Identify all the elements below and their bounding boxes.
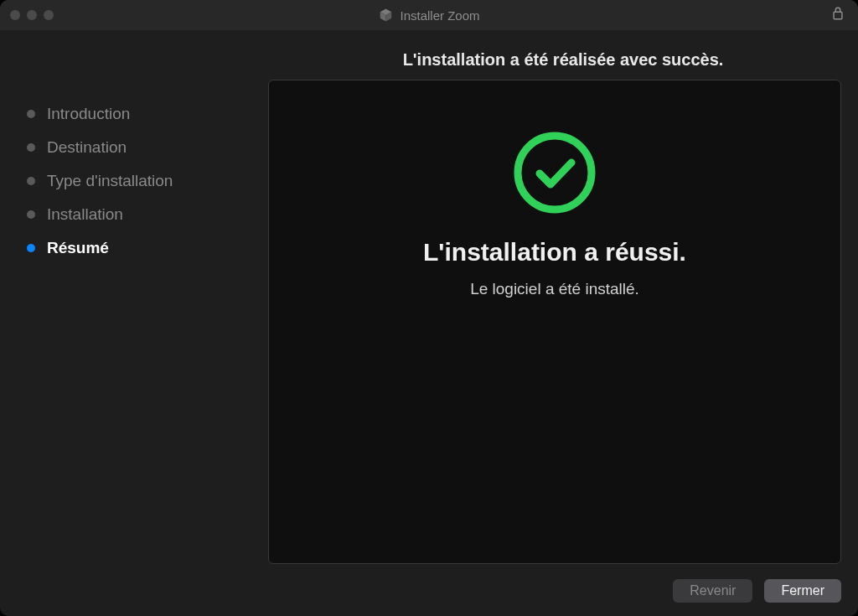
- success-title: L'installation a réussi.: [423, 238, 686, 267]
- titlebar: Installer Zoom: [0, 0, 858, 30]
- page-subtitle: L'installation a été réalisée avec succè…: [17, 30, 841, 80]
- step-bullet-icon: [27, 210, 35, 219]
- step-introduction: Introduction: [27, 105, 268, 123]
- lock-icon[interactable]: [831, 6, 845, 24]
- step-label: Introduction: [47, 105, 130, 123]
- content-panel: L'installation a réussi. Le logiciel a é…: [268, 80, 841, 564]
- step-summary: Résumé: [27, 239, 268, 257]
- minimize-window-button[interactable]: [27, 10, 37, 20]
- step-destination: Destination: [27, 138, 268, 157]
- step-bullet-icon: [27, 110, 35, 118]
- window-title-group: Installer Zoom: [378, 8, 479, 23]
- step-label: Type d'installation: [47, 172, 173, 190]
- step-bullet-icon: [27, 177, 35, 185]
- step-label: Résumé: [47, 239, 109, 257]
- window-title: Installer Zoom: [400, 8, 479, 23]
- svg-rect-0: [834, 12, 842, 19]
- footer-buttons: Revenir Fermer: [17, 564, 841, 603]
- success-subtitle: Le logiciel a été installé.: [470, 280, 639, 298]
- step-installation-type: Type d'installation: [27, 172, 268, 190]
- step-label: Destination: [47, 138, 127, 157]
- steps-sidebar: Introduction Destination Type d'installa…: [17, 80, 268, 564]
- step-installation: Installation: [27, 205, 268, 224]
- svg-point-1: [518, 136, 592, 210]
- traffic-lights: [10, 10, 54, 20]
- step-bullet-icon: [27, 244, 35, 252]
- installer-window: Installer Zoom L'installation a été réal…: [0, 0, 858, 616]
- package-icon: [378, 8, 393, 23]
- back-button[interactable]: Revenir: [673, 579, 752, 603]
- success-checkmark-icon: [511, 129, 598, 216]
- step-bullet-icon: [27, 143, 35, 152]
- close-window-button[interactable]: [10, 10, 20, 20]
- zoom-window-button[interactable]: [44, 10, 54, 20]
- step-label: Installation: [47, 205, 123, 224]
- close-button[interactable]: Fermer: [764, 579, 841, 603]
